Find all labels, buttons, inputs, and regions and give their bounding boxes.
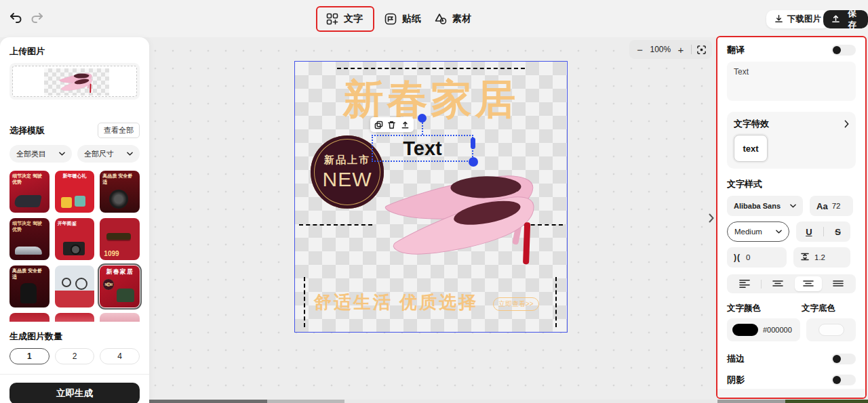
align-right-button[interactable] — [795, 276, 822, 291]
uploaded-heels-image — [39, 67, 115, 97]
decor-dashed-line — [304, 277, 305, 327]
sunglasses-shape — [106, 233, 131, 240]
text-color-picker[interactable]: #000000 — [727, 318, 800, 341]
category-filter-select[interactable]: 全部类目 — [9, 145, 72, 163]
font-family-select[interactable]: Alibaba Sans — [727, 196, 803, 216]
view-all-button[interactable]: 查看全部 — [98, 123, 140, 138]
duplicate-button[interactable] — [373, 119, 385, 131]
template-section-title: 选择模版 — [9, 125, 45, 137]
divider — [691, 45, 692, 54]
rotate-handle[interactable] — [418, 114, 427, 123]
color-swatch-empty — [818, 324, 844, 336]
template-thumbnail[interactable]: 细节决定 驾驶优势 — [9, 218, 50, 260]
letter-spacing-input[interactable]: )( 0 — [727, 247, 787, 268]
canvas-headline-text[interactable]: 新春家居 — [295, 72, 567, 127]
zoom-level: 100% — [650, 45, 671, 54]
effect-none-swatch[interactable]: text — [734, 135, 768, 162]
shadow-label: 阴影 — [727, 374, 745, 386]
text-tool-icon — [326, 12, 339, 26]
generate-now-button[interactable]: 立即生成 — [9, 383, 140, 403]
align-left-button[interactable] — [731, 276, 758, 291]
canvas-slogan-text[interactable]: 舒适生活 优质选择 — [314, 291, 478, 314]
generate-count-title: 生成图片数量 — [9, 331, 140, 343]
redo-button[interactable] — [28, 9, 46, 27]
line-height-icon — [800, 253, 810, 262]
category-filter-label: 全部类目 — [16, 149, 46, 159]
material-tool-label: 素材 — [452, 13, 471, 25]
save-button[interactable]: 保存 — [823, 10, 868, 28]
size-filter-select[interactable]: 全部尺寸 — [77, 145, 140, 163]
template-thumbnail[interactable]: 1099 — [100, 218, 140, 260]
zoom-in-button[interactable]: + — [675, 43, 686, 56]
size-filter-label: 全部尺寸 — [84, 149, 114, 159]
bring-to-front-button[interactable] — [399, 119, 411, 131]
upload-save-icon — [831, 14, 840, 25]
element-mini-toolbar — [370, 117, 414, 132]
template-thumbnail[interactable] — [9, 313, 50, 322]
strikethrough-button[interactable]: S — [835, 227, 841, 237]
text-style-title: 文字样式 — [727, 178, 856, 190]
telephone-shape — [117, 289, 134, 302]
count-option-2[interactable]: 2 — [55, 348, 95, 364]
resize-corner-handle[interactable] — [469, 157, 478, 167]
align-justify-button[interactable] — [825, 276, 852, 291]
align-center-button[interactable] — [764, 276, 791, 291]
delete-button[interactable] — [386, 119, 398, 131]
decor-dashed-line — [299, 224, 372, 226]
template-thumbnail-selected[interactable]: 新春家居NEW — [100, 266, 140, 307]
rotation-connector — [422, 123, 423, 135]
line-height-input[interactable]: 1.2 — [793, 247, 850, 268]
zoom-out-button[interactable]: − — [635, 43, 645, 56]
template-thumbnail[interactable]: 高品质 安全舒适 — [100, 171, 140, 213]
selected-text-element[interactable]: Text — [372, 135, 473, 162]
template-thumbnail[interactable] — [55, 313, 95, 322]
chevron-right-icon[interactable] — [844, 120, 849, 128]
font-weight-select[interactable]: Medium — [727, 221, 789, 242]
chevron-down-icon — [59, 152, 65, 156]
shadow-toggle[interactable] — [831, 375, 856, 385]
font-size-input[interactable]: Aa 72 — [810, 196, 853, 216]
template-thumbnail[interactable]: 细节决定 驾驶优势 — [9, 171, 50, 213]
material-tool-button[interactable]: 素材 — [434, 8, 471, 30]
font-size-icon: Aa — [816, 201, 828, 211]
chevron-down-icon — [776, 230, 782, 234]
stroke-toggle[interactable] — [831, 354, 856, 364]
text-content-input[interactable] — [727, 62, 856, 101]
design-canvas[interactable]: 新春家居 新品上市 NEW Text 舒适生活 优质选择 立即查看>> — [294, 61, 568, 333]
material-icon — [434, 12, 448, 26]
editor-app: 文字 贴纸 素材 下载图片 保存 上传图片 — [0, 0, 868, 403]
sticker-tool-button[interactable]: 贴纸 — [384, 8, 421, 30]
camera-shapes — [61, 197, 72, 208]
panel-footer — [717, 389, 865, 398]
underline-button[interactable]: U — [806, 227, 812, 237]
template-grid: 细节决定 驾驶优势 新年暖心礼 高品质 安全舒适 细节决定 驾驶优势 开年图鉴 … — [9, 171, 140, 307]
text-effects-title: 文字特效 — [734, 118, 769, 130]
canvas-cta-button[interactable]: 立即查看>> — [493, 297, 539, 311]
panel-collapse-handle[interactable] — [709, 210, 717, 226]
chevron-down-icon — [127, 152, 133, 156]
template-thumbnail[interactable]: 开年图鉴 — [55, 218, 95, 260]
fit-screen-button[interactable] — [696, 43, 707, 56]
text-decoration-group: U S — [796, 221, 850, 242]
text-tool-button[interactable]: 文字 — [326, 8, 363, 30]
template-grid-partial-row — [9, 313, 140, 322]
template-thumbnail[interactable]: 新年暖心礼 — [55, 171, 95, 213]
resize-side-handle[interactable] — [471, 137, 475, 149]
sticker-tool-label: 贴纸 — [402, 13, 421, 25]
heels-product-image[interactable] — [375, 147, 553, 282]
count-option-1[interactable]: 1 — [9, 348, 50, 364]
text-align-group — [727, 274, 856, 293]
count-option-4[interactable]: 4 — [100, 348, 140, 364]
car-seat-shape — [20, 283, 37, 303]
translate-toggle[interactable] — [831, 45, 856, 56]
download-image-button[interactable]: 下载图片 — [766, 10, 829, 28]
uploaded-image-card[interactable] — [9, 63, 140, 100]
color-swatch-black — [732, 324, 758, 336]
undo-button[interactable] — [7, 9, 24, 27]
decor-dashed-line — [337, 68, 525, 69]
template-thumbnail[interactable] — [55, 266, 95, 307]
stroke-label: 描边 — [727, 353, 745, 365]
template-thumbnail[interactable]: 高品质 安全舒适 — [9, 266, 50, 307]
text-bg-color-picker[interactable] — [806, 318, 856, 341]
template-thumbnail[interactable] — [100, 313, 140, 322]
